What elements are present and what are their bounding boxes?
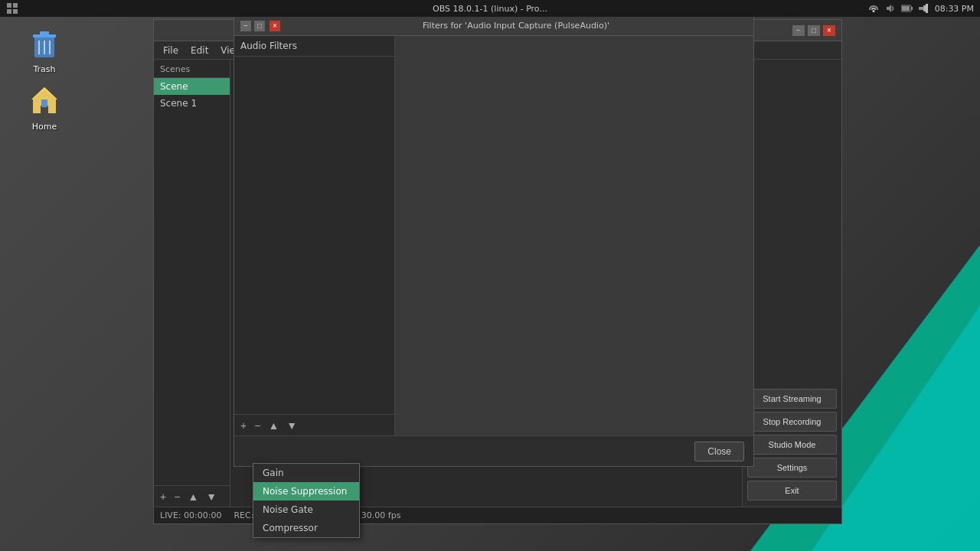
trash-label: Trash — [33, 64, 55, 74]
menu-edit[interactable]: Edit — [185, 44, 214, 57]
scenes-section-label: Scenes — [154, 60, 230, 78]
filter-close-footer-btn[interactable]: Close — [694, 442, 744, 461]
filter-list — [234, 57, 394, 414]
svg-point-6 — [872, 10, 874, 12]
filter-section-label: Audio Filters — [234, 36, 394, 57]
taskbar-right: 08:33 PM — [867, 2, 974, 15]
obs-actions-panel: Start Streaming Stop Recording Studio Mo… — [742, 60, 841, 507]
trash-desktop-icon[interactable]: Trash — [14, 21, 75, 77]
context-menu: Gain Noise Suppression Noise Gate Compre… — [253, 463, 360, 538]
svg-rect-17 — [40, 31, 49, 35]
network-icon — [867, 2, 880, 15]
stop-recording-btn[interactable]: Stop Recording — [747, 412, 837, 432]
svg-rect-13 — [923, 5, 926, 11]
filter-minimize-btn[interactable]: − — [240, 21, 251, 31]
svg-rect-10 — [902, 6, 910, 11]
filter-titlebar: − □ × Filters for 'Audio Input Capture (… — [234, 16, 753, 36]
filter-maximize-btn[interactable]: □ — [254, 21, 265, 31]
menu-file[interactable]: File — [157, 44, 185, 57]
svg-rect-14 — [926, 4, 928, 13]
obs-maximize-btn[interactable]: □ — [808, 25, 820, 36]
context-menu-item-noise-suppression[interactable]: Noise Suppression — [253, 482, 359, 500]
filter-close-btn[interactable]: × — [270, 21, 280, 31]
filter-footer: Close — [234, 435, 753, 466]
add-filter-btn[interactable]: + — [237, 418, 250, 433]
studio-mode-btn[interactable]: Studio Mode — [747, 435, 837, 455]
filter-right-panel — [395, 36, 753, 435]
scene-item-scene1[interactable]: Scene 1 — [154, 95, 230, 112]
svg-rect-12 — [921, 7, 923, 10]
filter-dialog: − □ × Filters for 'Audio Input Capture (… — [234, 15, 754, 467]
scenes-list: Scene Scene 1 — [154, 78, 230, 485]
home-icon — [26, 82, 63, 119]
trash-icon — [26, 24, 63, 61]
add-scene-btn[interactable]: + — [157, 489, 169, 504]
volume-icon[interactable] — [884, 2, 897, 15]
desktop: OBS 18.0.1-1 (linux) - Pro... — [0, 0, 980, 551]
svg-rect-9 — [911, 7, 913, 10]
up-scene-btn[interactable]: ▲ — [185, 489, 201, 504]
svg-rect-23 — [41, 99, 47, 107]
svg-rect-4 — [7, 9, 11, 14]
taskbar: OBS 18.0.1-1 (linux) - Pro... — [0, 0, 980, 17]
svg-rect-11 — [919, 7, 921, 10]
svg-rect-3 — [13, 3, 18, 8]
context-menu-item-noise-gate[interactable]: Noise Gate — [253, 500, 359, 519]
scene-item-scene[interactable]: Scene — [154, 78, 230, 95]
speaker-icon — [918, 2, 930, 15]
status-live: LIVE: 00:00:00 — [160, 510, 221, 520]
svg-marker-7 — [887, 5, 891, 12]
context-menu-item-gain[interactable]: Gain — [253, 464, 359, 482]
home-label: Home — [32, 122, 57, 132]
filter-down-btn[interactable]: ▼ — [283, 418, 300, 433]
exit-btn[interactable]: Exit — [747, 481, 837, 500]
start-streaming-btn[interactable]: Start Streaming — [747, 389, 837, 409]
remove-scene-btn[interactable]: − — [171, 489, 183, 504]
obs-window-controls: − □ × — [792, 25, 835, 36]
svg-rect-2 — [7, 3, 11, 8]
scenes-toolbar: + − ▲ ▼ — [154, 485, 230, 507]
filter-up-btn[interactable]: ▲ — [265, 418, 282, 433]
taskbar-title: OBS 18.0.1-1 (linux) - Pro... — [433, 4, 547, 14]
down-scene-btn[interactable]: ▼ — [203, 489, 220, 504]
filter-body: Audio Filters + − ▲ ▼ — [234, 36, 753, 435]
home-desktop-icon[interactable]: Home — [14, 79, 75, 135]
taskbar-grid-icon[interactable] — [6, 2, 18, 15]
obs-minimize-btn[interactable]: − — [792, 25, 805, 36]
svg-rect-5 — [13, 9, 18, 14]
filter-left-panel: Audio Filters + − ▲ ▼ — [234, 36, 395, 435]
filter-dialog-title: Filters for 'Audio Input Capture (PulseA… — [285, 21, 747, 31]
obs-scenes-panel: Scenes Scene Scene 1 + − ▲ ▼ — [154, 60, 230, 507]
battery-icon — [901, 2, 913, 15]
taskbar-left — [6, 2, 18, 15]
context-menu-item-compressor[interactable]: Compressor — [253, 519, 359, 537]
clock: 08:33 PM — [935, 4, 974, 14]
remove-filter-btn[interactable]: − — [251, 418, 263, 433]
obs-close-btn[interactable]: × — [823, 25, 835, 36]
filter-toolbar: + − ▲ ▼ — [234, 414, 394, 435]
settings-btn[interactable]: Settings — [747, 458, 837, 478]
